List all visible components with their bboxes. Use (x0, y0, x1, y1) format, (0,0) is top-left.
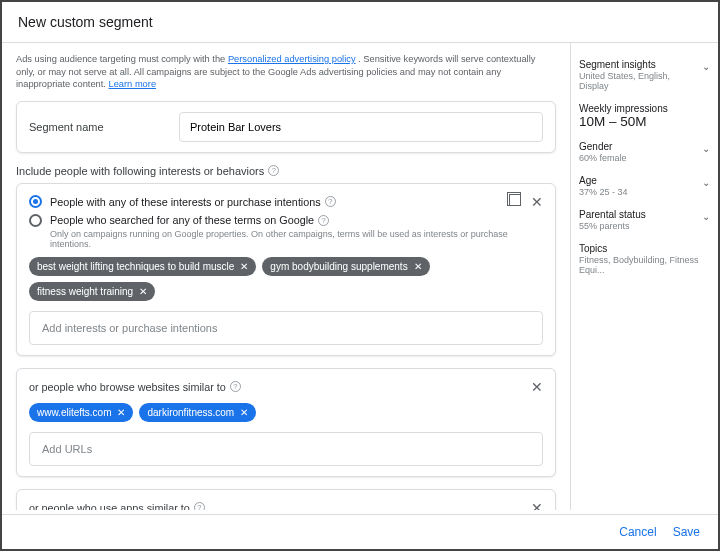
help-icon[interactable]: ? (318, 215, 329, 226)
interest-chip[interactable]: best weight lifting techniques to build … (29, 257, 256, 276)
include-label: Include people with following interests … (16, 165, 556, 177)
close-icon[interactable]: ✕ (531, 194, 543, 210)
insights-age[interactable]: Age 37% 25 - 34 ⌄ (577, 169, 712, 203)
website-chip[interactable]: www.elitefts.com✕ (29, 403, 133, 422)
radio-icon-checked (29, 195, 42, 208)
segment-name-input[interactable] (179, 112, 543, 142)
websites-card: or people who browse websites similar to… (16, 368, 556, 477)
insights-gender[interactable]: Gender 60% female ⌄ (577, 135, 712, 169)
help-icon[interactable]: ? (268, 165, 279, 176)
radio2-subtext: Only on campaigns running on Google prop… (50, 229, 543, 249)
interests-input[interactable]: Add interests or purchase intentions (29, 311, 543, 345)
remove-chip-icon[interactable]: ✕ (117, 407, 125, 418)
remove-chip-icon[interactable]: ✕ (240, 261, 248, 272)
website-chip[interactable]: darkironfitness.com✕ (139, 403, 256, 422)
radio-search-terms[interactable]: People who searched for any of these ter… (29, 214, 543, 227)
cancel-button[interactable]: Cancel (619, 525, 656, 539)
close-icon[interactable]: ✕ (531, 379, 543, 395)
interest-chip[interactable]: gym bodybuilding supplements✕ (262, 257, 429, 276)
dialog-title: New custom segment (2, 2, 718, 43)
close-icon[interactable]: ✕ (531, 500, 543, 510)
insights-header[interactable]: Segment insights United States, English,… (577, 53, 712, 97)
notice-text-pre: Ads using audience targeting must comply… (16, 54, 228, 64)
websites-input[interactable]: Add URLs (29, 432, 543, 466)
help-icon[interactable]: ? (230, 381, 241, 392)
help-icon[interactable]: ? (194, 502, 205, 510)
insights-parental[interactable]: Parental status 55% parents ⌄ (577, 203, 712, 237)
interest-chip[interactable]: fitness weight training✕ (29, 282, 155, 301)
segment-name-label: Segment name (29, 121, 179, 133)
dialog-footer: Cancel Save (2, 514, 718, 549)
apps-card: or people who use apps similar to ? ✕ + … (16, 489, 556, 510)
insights-topics: Topics Fitness, Bodybuilding, Fitness Eq… (577, 237, 712, 281)
insights-impressions: Weekly impressions 10M – 50M (577, 97, 712, 135)
apps-label: or people who use apps similar to (29, 502, 190, 510)
remove-chip-icon[interactable]: ✕ (414, 261, 422, 272)
remove-chip-icon[interactable]: ✕ (240, 407, 248, 418)
chevron-down-icon: ⌄ (702, 141, 710, 154)
save-button[interactable]: Save (673, 525, 700, 539)
remove-chip-icon[interactable]: ✕ (139, 286, 147, 297)
copy-icon[interactable] (509, 194, 521, 206)
main-panel: Ads using audience targeting must comply… (2, 43, 570, 510)
chevron-down-icon: ⌄ (702, 175, 710, 188)
radio-icon-unchecked (29, 214, 42, 227)
chevron-down-icon: ⌄ (702, 59, 710, 72)
policy-notice: Ads using audience targeting must comply… (16, 53, 556, 91)
insights-sidebar: Segment insights United States, English,… (570, 43, 718, 510)
website-chips: www.elitefts.com✕ darkironfitness.com✕ (29, 403, 543, 422)
learn-more-link[interactable]: Learn more (109, 79, 157, 89)
chevron-down-icon: ⌄ (702, 209, 710, 222)
policy-link[interactable]: Personalized advertising policy (228, 54, 356, 64)
segment-name-card: Segment name (16, 101, 556, 153)
interests-card: People with any of these interests or pu… (16, 183, 556, 356)
interest-chips: best weight lifting techniques to build … (29, 257, 543, 301)
radio-interests[interactable]: People with any of these interests or pu… (29, 194, 543, 210)
help-icon[interactable]: ? (325, 196, 336, 207)
websites-label: or people who browse websites similar to (29, 381, 226, 393)
